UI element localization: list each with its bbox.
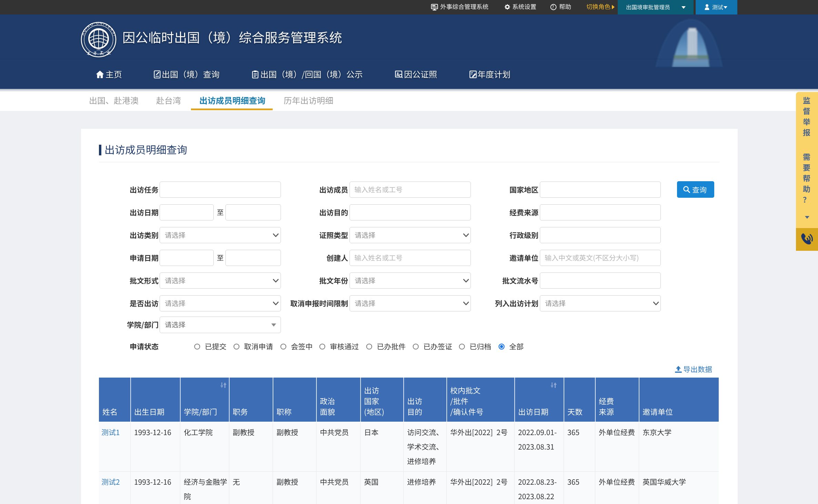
svg-text:1960: 1960 [97,49,101,51]
